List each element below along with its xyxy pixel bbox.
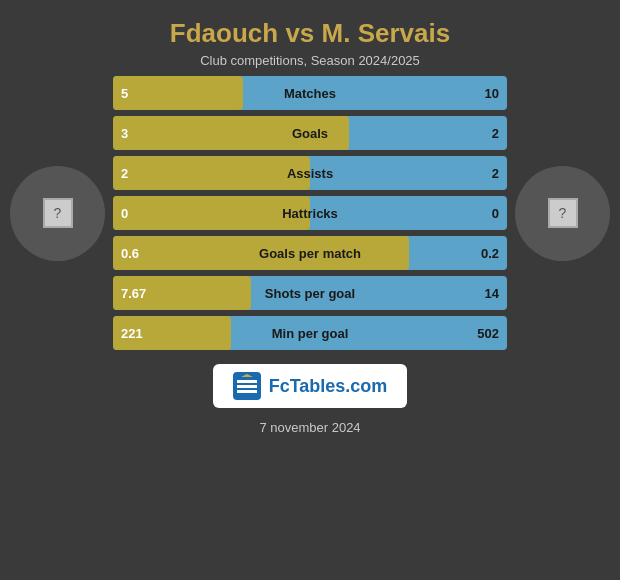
header: Fdaouch vs M. Servais Club competitions,… bbox=[150, 0, 470, 76]
main-content: ? Matches510Goals32Assists22Hattricks00G… bbox=[0, 76, 620, 350]
stat-value-right: 0 bbox=[492, 206, 499, 221]
stat-value-left: 0 bbox=[121, 206, 128, 221]
player-left-avatar: ? bbox=[10, 166, 105, 261]
stat-row: Matches510 bbox=[113, 76, 507, 110]
stat-row: Assists22 bbox=[113, 156, 507, 190]
stat-label: Shots per goal bbox=[265, 286, 355, 301]
svg-rect-3 bbox=[237, 390, 257, 393]
stat-row: Goals per match0.60.2 bbox=[113, 236, 507, 270]
logo-box: FcTables.com bbox=[213, 364, 408, 408]
stat-row: Hattricks00 bbox=[113, 196, 507, 230]
player-right-avatar: ? bbox=[515, 166, 610, 261]
stat-value-left: 0.6 bbox=[121, 246, 139, 261]
logo-text: FcTables.com bbox=[269, 376, 388, 397]
stat-value-left: 5 bbox=[121, 86, 128, 101]
stat-label: Assists bbox=[287, 166, 333, 181]
footer-date: 7 november 2024 bbox=[259, 420, 360, 435]
stat-label: Goals per match bbox=[259, 246, 361, 261]
stat-value-right: 14 bbox=[485, 286, 499, 301]
stat-value-left: 7.67 bbox=[121, 286, 146, 301]
svg-rect-1 bbox=[237, 380, 257, 383]
stat-bar-left bbox=[113, 196, 310, 230]
stats-container: Matches510Goals32Assists22Hattricks00Goa… bbox=[105, 76, 515, 350]
stat-row: Min per goal221502 bbox=[113, 316, 507, 350]
stat-label: Min per goal bbox=[272, 326, 349, 341]
stat-bar-left bbox=[113, 76, 243, 110]
stat-row: Goals32 bbox=[113, 116, 507, 150]
stat-value-right: 502 bbox=[477, 326, 499, 341]
player-left-photo: ? bbox=[43, 198, 73, 228]
stat-row: Shots per goal7.6714 bbox=[113, 276, 507, 310]
stat-value-right: 2 bbox=[492, 126, 499, 141]
stat-value-right: 0.2 bbox=[481, 246, 499, 261]
stat-bar-left bbox=[113, 156, 310, 190]
player-right-photo: ? bbox=[548, 198, 578, 228]
stat-value-right: 10 bbox=[485, 86, 499, 101]
stat-label: Matches bbox=[284, 86, 336, 101]
stat-value-left: 2 bbox=[121, 166, 128, 181]
svg-rect-2 bbox=[237, 385, 257, 388]
fctables-icon bbox=[233, 372, 261, 400]
stat-value-left: 221 bbox=[121, 326, 143, 341]
page-title: Fdaouch vs M. Servais bbox=[170, 18, 450, 49]
logo-section: FcTables.com bbox=[213, 364, 408, 408]
subtitle: Club competitions, Season 2024/2025 bbox=[170, 53, 450, 68]
stat-value-left: 3 bbox=[121, 126, 128, 141]
stat-label: Hattricks bbox=[282, 206, 338, 221]
stat-label: Goals bbox=[292, 126, 328, 141]
stat-value-right: 2 bbox=[492, 166, 499, 181]
